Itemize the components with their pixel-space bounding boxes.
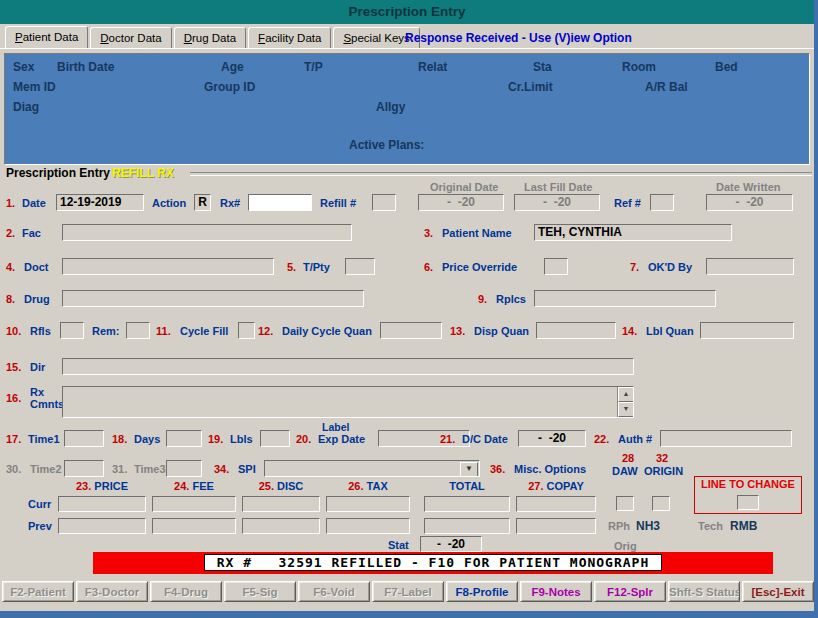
f6-void-button[interactable]: F6-Void [298, 581, 370, 602]
rx-number-input[interactable] [248, 194, 312, 211]
last-fill-date-field: - -20 [514, 194, 600, 211]
function-key-bar: F2-Patient F3-Doctor F4-Drug F5-Sig F6-V… [2, 581, 814, 602]
active-plans-label: Active Plans: [349, 138, 424, 152]
lbl-quan-label: Lbl Quan [646, 325, 694, 337]
days-field[interactable] [166, 430, 202, 447]
prev-fee-field[interactable] [152, 518, 236, 534]
rem-field[interactable] [126, 322, 150, 339]
curr-tax-field[interactable] [326, 496, 410, 512]
action-field[interactable]: R [194, 194, 211, 211]
prev-disc-field[interactable] [242, 518, 320, 534]
tab-facility-data[interactable]: Facility Data [248, 27, 331, 48]
days-number: 18. [112, 433, 127, 445]
daily-cycle-quan-field[interactable] [380, 322, 442, 339]
days-label: Days [134, 433, 160, 445]
f9-notes-button[interactable]: F9-Notes [520, 581, 592, 602]
curr-total-field[interactable] [424, 496, 510, 512]
prescription-entry-window: Prescription Entry Patient Data Doctor D… [0, 0, 818, 618]
curr-price-field[interactable] [58, 496, 146, 512]
f5-sig-button[interactable]: F5-Sig [224, 581, 296, 602]
lbl-quan-number: 14. [622, 325, 637, 337]
curr-fee-field[interactable] [152, 496, 236, 512]
curr-disc-field[interactable] [242, 496, 320, 512]
shft-s-status-button[interactable]: Shft-S Status [668, 581, 740, 602]
f12-splr-button[interactable]: F12-Splr [594, 581, 666, 602]
prev-price-field[interactable] [58, 518, 146, 534]
scroll-down-icon[interactable]: ▼ [618, 402, 634, 417]
rfls-field[interactable] [60, 322, 84, 339]
f4-drug-button[interactable]: F4-Drug [150, 581, 222, 602]
disp-quan-field[interactable] [536, 322, 616, 339]
f8-profile-button[interactable]: F8-Profile [446, 581, 518, 602]
refill-number-field[interactable] [372, 194, 396, 211]
lbls-field[interactable] [260, 430, 290, 447]
room-label: Room [622, 60, 656, 74]
dir-field[interactable] [62, 358, 634, 375]
original-date-field: - -20 [418, 194, 504, 211]
curr-copay-field[interactable] [516, 496, 596, 512]
relat-label: Relat [418, 60, 447, 74]
daw-field[interactable] [616, 496, 634, 511]
line-to-change-field[interactable] [737, 495, 759, 510]
okd-by-number: 7. [630, 261, 639, 273]
rph-value: NH3 [636, 519, 660, 533]
drug-field[interactable] [62, 290, 364, 307]
tab-hotkey: S [343, 32, 351, 44]
time1-number: 17. [6, 433, 21, 445]
diag-label: Diag [13, 100, 39, 114]
label-exp-date-label: Exp Date [318, 433, 365, 445]
esc-exit-button[interactable]: [Esc]-Exit [742, 581, 814, 602]
fac-field[interactable] [62, 224, 352, 241]
rx-cmnts-textarea[interactable]: ▲ ▼ [62, 386, 634, 418]
tech-label: Tech [698, 520, 723, 532]
tab-drug-data[interactable]: Drug Data [174, 27, 246, 48]
patient-name-field[interactable]: TEH, CYNTHIA [534, 224, 732, 241]
f2-patient-button[interactable]: F2-Patient [2, 581, 74, 602]
rplcs-field[interactable] [534, 290, 716, 307]
tab-label: atient Data [23, 31, 79, 43]
prev-total-field[interactable] [424, 518, 510, 534]
rplcs-field-number: 9. [478, 293, 487, 305]
prev-copay-field[interactable] [516, 518, 596, 534]
action-field-label: Action [152, 197, 186, 209]
cycle-fill-field[interactable] [238, 322, 255, 339]
dc-date-field[interactable]: - -20 [518, 430, 586, 447]
price-override-field[interactable] [544, 258, 568, 275]
dc-date-label: D/C Date [462, 433, 508, 445]
tab-doctor-data[interactable]: Doctor Data [90, 27, 171, 48]
f3-doctor-button[interactable]: F3-Doctor [76, 581, 148, 602]
daily-cycle-quan-label: Daily Cycle Quan [282, 325, 372, 337]
allgy-label: Allgy [376, 100, 405, 114]
auth-field[interactable] [660, 430, 792, 447]
cycle-fill-label: Cycle Fill [180, 325, 228, 337]
section-divider [190, 172, 812, 176]
dropdown-arrow-icon[interactable]: ▼ [460, 462, 478, 477]
rx-cmnts-scrollbar[interactable]: ▲ ▼ [617, 387, 633, 417]
window-title: Prescription Entry [0, 0, 814, 24]
refill-number-label: Refill # [320, 197, 356, 209]
spi-dropdown[interactable]: ▼ [264, 460, 480, 477]
tab-patient-data[interactable]: Patient Data [5, 26, 88, 48]
origin-field[interactable] [652, 496, 670, 511]
doct-field[interactable] [62, 258, 274, 275]
lbl-quan-field[interactable] [700, 322, 794, 339]
f7-label-button[interactable]: F7-Label [372, 581, 444, 602]
tech-value: RMB [730, 519, 757, 533]
time1-field[interactable] [64, 430, 104, 447]
tpty-field[interactable] [345, 258, 375, 275]
scroll-up-icon[interactable]: ▲ [618, 387, 634, 402]
origin-number: 32 [656, 452, 668, 464]
prev-row-label: Prev [28, 520, 52, 532]
okd-by-field[interactable] [706, 258, 794, 275]
label-exp-date-field[interactable] [378, 430, 470, 447]
price-override-number: 6. [424, 261, 433, 273]
ref-number-field[interactable] [650, 194, 674, 211]
refill-message-text: RX # 32591 REFILLED - F10 FOR PATIENT MO… [204, 554, 663, 571]
cycle-fill-number: 11. [156, 325, 171, 337]
prev-tax-field[interactable] [326, 518, 410, 534]
rph-label: RPh [608, 520, 630, 532]
bed-label: Bed [715, 60, 738, 74]
date-field[interactable]: 12-19-2019 [56, 194, 144, 211]
rx-cmnts-label-line2: Cmnts [30, 398, 64, 410]
price-override-label: Price Override [442, 261, 517, 273]
